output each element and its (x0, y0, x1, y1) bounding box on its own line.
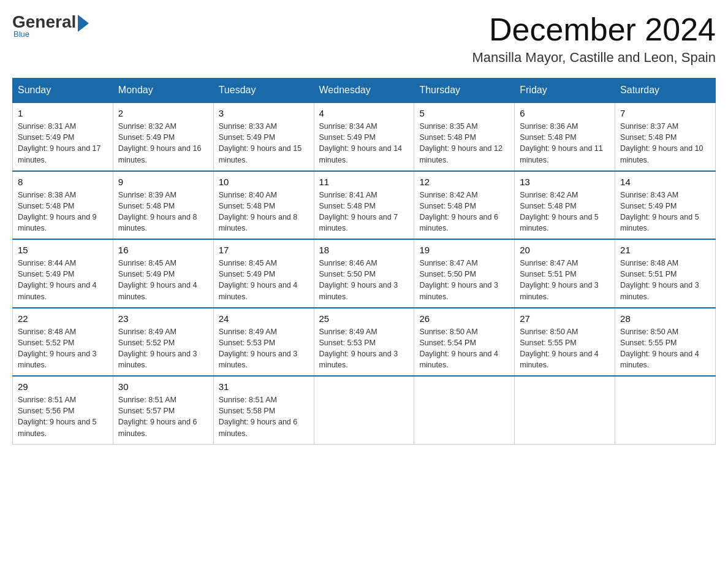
calendar-day-cell: 22Sunrise: 8:48 AMSunset: 5:52 PMDayligh… (13, 308, 113, 377)
day-info: Sunrise: 8:50 AMSunset: 5:55 PMDaylight:… (520, 327, 599, 369)
day-info: Sunrise: 8:47 AMSunset: 5:50 PMDaylight:… (419, 259, 498, 301)
day-number: 21 (620, 245, 710, 255)
calendar-day-cell: 26Sunrise: 8:50 AMSunset: 5:54 PMDayligh… (414, 308, 515, 377)
weekday-header-friday: Friday (515, 79, 615, 103)
calendar-day-cell: 15Sunrise: 8:44 AMSunset: 5:49 PMDayligh… (13, 239, 113, 308)
calendar-day-cell: 1Sunrise: 8:31 AMSunset: 5:49 PMDaylight… (13, 102, 113, 171)
day-info: Sunrise: 8:36 AMSunset: 5:48 PMDaylight:… (520, 122, 603, 164)
weekday-header-row: SundayMondayTuesdayWednesdayThursdayFrid… (13, 79, 716, 103)
day-info: Sunrise: 8:31 AMSunset: 5:49 PMDaylight:… (18, 122, 101, 164)
calendar-day-cell: 30Sunrise: 8:51 AMSunset: 5:57 PMDayligh… (113, 376, 213, 444)
calendar-week-row: 29Sunrise: 8:51 AMSunset: 5:56 PMDayligh… (13, 376, 716, 444)
calendar-day-cell: 31Sunrise: 8:51 AMSunset: 5:58 PMDayligh… (213, 376, 314, 444)
day-info: Sunrise: 8:46 AMSunset: 5:50 PMDaylight:… (319, 259, 398, 301)
logo-blue-text: Blue (13, 29, 29, 39)
day-number: 18 (319, 245, 409, 255)
day-info: Sunrise: 8:48 AMSunset: 5:52 PMDaylight:… (18, 327, 97, 369)
day-number: 31 (219, 381, 309, 392)
weekday-header-monday: Monday (113, 79, 213, 103)
day-info: Sunrise: 8:42 AMSunset: 5:48 PMDaylight:… (520, 191, 599, 232)
calendar-day-cell: 21Sunrise: 8:48 AMSunset: 5:51 PMDayligh… (615, 239, 716, 308)
calendar-day-cell: 14Sunrise: 8:43 AMSunset: 5:49 PMDayligh… (615, 171, 716, 240)
day-info: Sunrise: 8:32 AMSunset: 5:49 PMDaylight:… (118, 122, 202, 164)
calendar-day-cell: 16Sunrise: 8:45 AMSunset: 5:49 PMDayligh… (113, 239, 213, 308)
calendar-day-cell: 29Sunrise: 8:51 AMSunset: 5:56 PMDayligh… (13, 376, 113, 444)
calendar-day-cell: 11Sunrise: 8:41 AMSunset: 5:48 PMDayligh… (314, 171, 414, 240)
day-info: Sunrise: 8:33 AMSunset: 5:49 PMDaylight:… (219, 122, 302, 164)
calendar-day-cell: 7Sunrise: 8:37 AMSunset: 5:48 PMDaylight… (615, 102, 716, 171)
day-number: 7 (620, 108, 710, 118)
calendar-day-cell: 3Sunrise: 8:33 AMSunset: 5:49 PMDaylight… (213, 102, 314, 171)
calendar-day-cell: 24Sunrise: 8:49 AMSunset: 5:53 PMDayligh… (213, 308, 314, 377)
day-number: 22 (18, 313, 108, 324)
calendar-day-cell (615, 376, 716, 444)
day-number: 5 (419, 108, 509, 118)
calendar-week-row: 15Sunrise: 8:44 AMSunset: 5:49 PMDayligh… (13, 239, 716, 308)
calendar-day-cell: 25Sunrise: 8:49 AMSunset: 5:53 PMDayligh… (314, 308, 414, 377)
day-info: Sunrise: 8:35 AMSunset: 5:48 PMDaylight:… (419, 122, 502, 164)
day-info: Sunrise: 8:50 AMSunset: 5:55 PMDaylight:… (620, 327, 699, 369)
day-number: 16 (118, 245, 208, 255)
day-number: 28 (620, 313, 710, 324)
calendar-day-cell: 2Sunrise: 8:32 AMSunset: 5:49 PMDaylight… (113, 102, 213, 171)
calendar-day-cell (314, 376, 414, 444)
day-info: Sunrise: 8:49 AMSunset: 5:52 PMDaylight:… (118, 327, 197, 369)
calendar-day-cell: 6Sunrise: 8:36 AMSunset: 5:48 PMDaylight… (515, 102, 615, 171)
day-info: Sunrise: 8:50 AMSunset: 5:54 PMDaylight:… (419, 327, 498, 369)
day-number: 1 (18, 108, 108, 118)
day-number: 12 (419, 177, 509, 187)
day-number: 15 (18, 245, 108, 255)
day-number: 2 (118, 108, 208, 118)
day-number: 14 (620, 177, 710, 187)
day-number: 26 (419, 313, 509, 324)
calendar-week-row: 8Sunrise: 8:38 AMSunset: 5:48 PMDaylight… (13, 171, 716, 240)
calendar-table: SundayMondayTuesdayWednesdayThursdayFrid… (12, 78, 716, 445)
day-info: Sunrise: 8:49 AMSunset: 5:53 PMDaylight:… (219, 327, 298, 369)
day-info: Sunrise: 8:37 AMSunset: 5:48 PMDaylight:… (620, 122, 703, 164)
weekday-header-sunday: Sunday (13, 79, 113, 103)
day-info: Sunrise: 8:51 AMSunset: 5:56 PMDaylight:… (18, 396, 97, 437)
calendar-day-cell: 13Sunrise: 8:42 AMSunset: 5:48 PMDayligh… (515, 171, 615, 240)
weekday-header-saturday: Saturday (615, 79, 716, 103)
calendar-day-cell: 28Sunrise: 8:50 AMSunset: 5:55 PMDayligh… (615, 308, 716, 377)
day-number: 24 (219, 313, 309, 324)
calendar-day-cell (515, 376, 615, 444)
title-area: December 2024 Mansilla Mayor, Castille a… (472, 12, 716, 66)
calendar-day-cell (414, 376, 515, 444)
day-info: Sunrise: 8:45 AMSunset: 5:49 PMDaylight:… (219, 259, 298, 301)
calendar-day-cell: 18Sunrise: 8:46 AMSunset: 5:50 PMDayligh… (314, 239, 414, 308)
calendar-day-cell: 4Sunrise: 8:34 AMSunset: 5:49 PMDaylight… (314, 102, 414, 171)
day-number: 23 (118, 313, 208, 324)
month-year-title: December 2024 (472, 12, 716, 47)
calendar-week-row: 1Sunrise: 8:31 AMSunset: 5:49 PMDaylight… (13, 102, 716, 171)
calendar-day-cell: 23Sunrise: 8:49 AMSunset: 5:52 PMDayligh… (113, 308, 213, 377)
day-info: Sunrise: 8:42 AMSunset: 5:48 PMDaylight:… (419, 191, 498, 232)
calendar-day-cell: 8Sunrise: 8:38 AMSunset: 5:48 PMDaylight… (13, 171, 113, 240)
day-number: 29 (18, 381, 108, 392)
day-info: Sunrise: 8:43 AMSunset: 5:49 PMDaylight:… (620, 191, 699, 232)
calendar-day-cell: 10Sunrise: 8:40 AMSunset: 5:48 PMDayligh… (213, 171, 314, 240)
day-number: 25 (319, 313, 409, 324)
day-number: 4 (319, 108, 409, 118)
day-number: 6 (520, 108, 610, 118)
day-number: 30 (118, 381, 208, 392)
day-number: 20 (520, 245, 610, 255)
calendar-day-cell: 17Sunrise: 8:45 AMSunset: 5:49 PMDayligh… (213, 239, 314, 308)
calendar-day-cell: 12Sunrise: 8:42 AMSunset: 5:48 PMDayligh… (414, 171, 515, 240)
day-info: Sunrise: 8:41 AMSunset: 5:48 PMDaylight:… (319, 191, 398, 232)
day-info: Sunrise: 8:38 AMSunset: 5:48 PMDaylight:… (18, 191, 97, 232)
calendar-day-cell: 20Sunrise: 8:47 AMSunset: 5:51 PMDayligh… (515, 239, 615, 308)
day-info: Sunrise: 8:51 AMSunset: 5:57 PMDaylight:… (118, 396, 197, 437)
logo: General Blue (12, 12, 89, 39)
day-info: Sunrise: 8:47 AMSunset: 5:51 PMDaylight:… (520, 259, 599, 301)
day-info: Sunrise: 8:40 AMSunset: 5:48 PMDaylight:… (219, 191, 298, 232)
day-number: 17 (219, 245, 309, 255)
header: General Blue December 2024 Mansilla Mayo… (12, 12, 716, 66)
day-number: 10 (219, 177, 309, 187)
day-info: Sunrise: 8:34 AMSunset: 5:49 PMDaylight:… (319, 122, 403, 164)
day-number: 9 (118, 177, 208, 187)
day-info: Sunrise: 8:48 AMSunset: 5:51 PMDaylight:… (620, 259, 699, 301)
day-info: Sunrise: 8:44 AMSunset: 5:49 PMDaylight:… (18, 259, 97, 301)
calendar-day-cell: 9Sunrise: 8:39 AMSunset: 5:48 PMDaylight… (113, 171, 213, 240)
calendar-day-cell: 27Sunrise: 8:50 AMSunset: 5:55 PMDayligh… (515, 308, 615, 377)
